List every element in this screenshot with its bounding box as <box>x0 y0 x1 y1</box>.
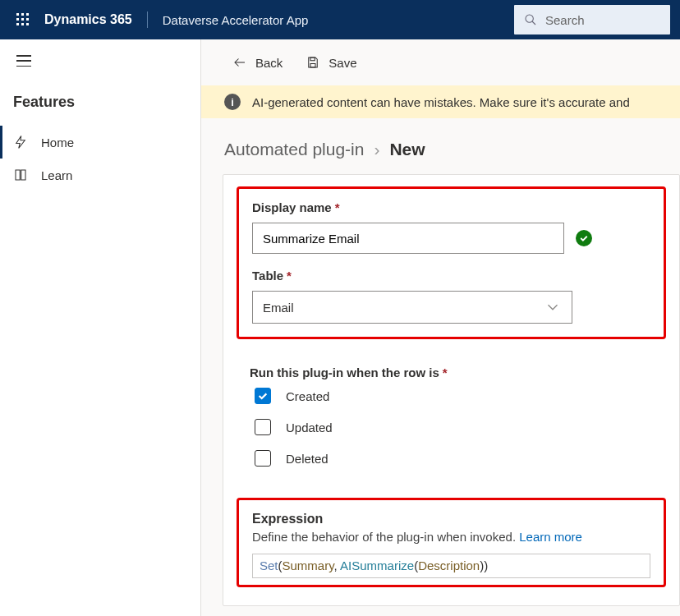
option-label: Deleted <box>286 452 329 466</box>
option-deleted[interactable]: Deleted <box>255 450 653 467</box>
search-box[interactable] <box>514 5 670 34</box>
trigger-label: Run this plug-in when the row is* <box>250 365 653 379</box>
checkbox-deleted[interactable] <box>255 450 271 467</box>
option-label: Updated <box>286 421 333 434</box>
sidebar-group-label: Features <box>0 82 200 126</box>
warning-bar: i AI-generated content can have mistakes… <box>201 85 680 118</box>
save-icon <box>306 55 320 70</box>
learn-more-link[interactable]: Learn more <box>519 530 582 544</box>
option-created[interactable]: Created <box>255 388 653 404</box>
hamburger-icon[interactable] <box>16 55 31 67</box>
checkbox-updated[interactable] <box>255 419 271 435</box>
checkbox-created[interactable] <box>255 388 271 404</box>
expression-description: Define the behavior of the plug-in when … <box>252 530 650 544</box>
highlight-box-2: Expression Define the behavior of the pl… <box>237 498 666 587</box>
option-label: Created <box>286 389 329 403</box>
brand-label: Dynamics 365 <box>44 12 132 27</box>
search-icon <box>524 13 537 26</box>
sidebar-item-learn[interactable]: Learn <box>0 159 200 191</box>
info-icon: i <box>224 94 241 110</box>
svg-rect-1 <box>21 13 24 16</box>
search-input[interactable] <box>545 13 660 27</box>
table-select[interactable]: Email <box>252 291 572 324</box>
back-button[interactable]: Back <box>224 50 291 75</box>
warning-text: AI-generated content can have mistakes. … <box>252 95 630 109</box>
trigger-section: Run this plug-in when the row is* Create… <box>223 351 679 486</box>
breadcrumb: Automated plug-in › New <box>201 118 680 174</box>
save-button[interactable]: Save <box>297 50 365 75</box>
valid-check-icon <box>576 230 592 246</box>
table-select-value: Email <box>263 301 294 315</box>
svg-rect-7 <box>21 23 24 25</box>
table-label: Table* <box>252 269 650 283</box>
expression-title: Expression <box>252 512 650 526</box>
svg-rect-6 <box>16 23 19 25</box>
book-icon <box>13 168 28 182</box>
option-updated[interactable]: Updated <box>255 419 653 435</box>
svg-point-9 <box>526 15 533 22</box>
breadcrumb-seg1[interactable]: Automated plug-in <box>224 140 364 159</box>
highlight-box-1: Display name* Table* Email <box>237 186 666 339</box>
svg-line-10 <box>532 21 535 25</box>
lightning-icon <box>13 135 28 149</box>
divider <box>147 11 148 28</box>
chevron-down-icon <box>544 298 562 316</box>
sidebar-item-home[interactable]: Home <box>0 126 200 159</box>
svg-rect-2 <box>26 13 29 16</box>
display-name-input[interactable] <box>252 223 564 254</box>
app-launcher-icon[interactable] <box>10 7 36 33</box>
app-name-label: Dataverse Accelerator App <box>163 13 309 27</box>
toolbar: Back Save <box>201 39 680 85</box>
svg-rect-5 <box>26 18 29 21</box>
form-card: Display name* Table* Email <box>223 174 680 606</box>
sidebar-item-label: Learn <box>41 168 72 182</box>
chevron-right-icon: › <box>374 140 379 159</box>
svg-rect-12 <box>310 57 315 61</box>
sidebar-item-label: Home <box>41 136 74 149</box>
top-bar: Dynamics 365 Dataverse Accelerator App <box>0 0 680 39</box>
arrow-left-icon <box>232 55 247 70</box>
svg-rect-13 <box>310 64 315 68</box>
back-label: Back <box>255 56 283 70</box>
svg-rect-4 <box>21 18 24 21</box>
hamburger-row <box>0 39 200 82</box>
main-area: Back Save i AI-generated content can hav… <box>201 39 680 616</box>
expression-editor[interactable]: Set(Summary, AISummarize(Description)) <box>252 554 650 578</box>
svg-rect-0 <box>16 13 19 16</box>
save-label: Save <box>329 56 356 70</box>
svg-rect-3 <box>16 18 19 21</box>
sidebar: Features Home Learn <box>0 39 201 616</box>
breadcrumb-seg2: New <box>389 140 425 159</box>
svg-rect-8 <box>26 23 29 25</box>
display-name-label: Display name* <box>252 200 650 214</box>
